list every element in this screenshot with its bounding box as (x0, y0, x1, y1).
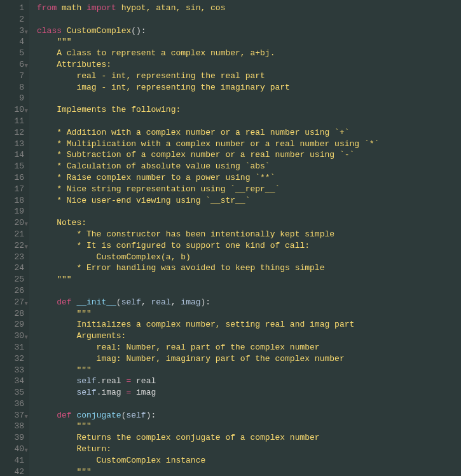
line-number: 10▼ (0, 104, 24, 116)
code-line[interactable]: * Nice user-end viewing using `__str__` (37, 195, 379, 207)
fold-icon[interactable]: ▼ (25, 299, 28, 310)
code-line[interactable]: * Raise complex number to a power using … (37, 172, 379, 184)
line-number: 31 (0, 342, 24, 353)
code-line[interactable] (37, 116, 379, 127)
line-number: 41 (0, 455, 24, 466)
code-line[interactable]: self.real = real (37, 376, 379, 387)
line-number: 7 (0, 71, 24, 82)
code-line[interactable]: def conjugate(self): (37, 410, 379, 421)
code-line[interactable]: imag: Number, imaginary part of the comp… (37, 353, 379, 365)
code-editor[interactable]: 123▼456▼78910▼11121314151617181920▼2122▼… (0, 0, 461, 476)
code-line[interactable]: """ (37, 308, 379, 320)
line-number: 5 (0, 48, 24, 59)
code-line[interactable]: """ (37, 274, 379, 285)
code-line[interactable]: class CustomComplex(): (37, 25, 379, 37)
fold-icon[interactable]: ▼ (25, 61, 28, 72)
code-line[interactable]: Arguments: (37, 330, 379, 342)
line-number: 3▼ (0, 25, 24, 37)
line-number: 34 (0, 376, 24, 387)
line-number: 38 (0, 421, 24, 432)
fold-icon[interactable]: ▼ (25, 445, 28, 457)
code-line[interactable]: CustomComplex instance (37, 455, 379, 466)
code-line[interactable]: * Multiplication with a complex number o… (37, 139, 379, 150)
code-line[interactable]: CustomComplex(a, b) (37, 252, 379, 263)
line-number: 8 (0, 82, 24, 93)
line-number: 35 (0, 387, 24, 398)
fold-icon[interactable]: ▼ (25, 242, 28, 254)
code-line[interactable]: * The constructor has been intentionally… (37, 229, 379, 240)
line-number: 40▼ (0, 444, 24, 455)
line-number: 19 (0, 206, 24, 217)
line-number: 21 (0, 229, 24, 240)
code-line[interactable]: Notes: (37, 217, 379, 229)
line-number: 39 (0, 432, 24, 444)
line-number-gutter: 123▼456▼78910▼11121314151617181920▼2122▼… (0, 0, 29, 476)
code-line[interactable]: """ (37, 421, 379, 432)
code-line[interactable]: real: Number, real part of the complex n… (37, 342, 379, 353)
line-number: 15 (0, 161, 24, 172)
code-line[interactable]: * Subtraction of a complex number or a r… (37, 149, 379, 161)
code-area[interactable]: from math import hypot, atan, sin, coscl… (29, 0, 379, 476)
code-line[interactable]: """ (37, 365, 379, 376)
code-line[interactable]: Attributes: (37, 59, 379, 71)
line-number: 26 (0, 285, 24, 297)
line-number: 24 (0, 262, 24, 274)
code-line[interactable]: * Addition with a complex number or a re… (37, 127, 379, 139)
line-number: 17 (0, 184, 24, 195)
fold-icon[interactable]: ▼ (25, 106, 28, 118)
fold-icon[interactable]: ▼ (25, 27, 28, 39)
line-number: 27▼ (0, 297, 24, 308)
code-line[interactable]: real - int, representing the real part (37, 71, 379, 82)
line-number: 9 (0, 93, 24, 104)
code-line[interactable]: from math import hypot, atan, sin, cos (37, 3, 379, 14)
line-number: 33 (0, 365, 24, 376)
code-line[interactable]: def __init__(self, real, imag): (37, 297, 379, 308)
code-line[interactable]: imag - int, representing the imaginary p… (37, 82, 379, 93)
line-number: 30▼ (0, 330, 24, 342)
code-line[interactable]: A class to represent a complex number, a… (37, 48, 379, 59)
line-number: 18 (0, 195, 24, 207)
code-line[interactable]: self.imag = imag (37, 387, 379, 398)
line-number: 22▼ (0, 240, 24, 252)
line-number: 37▼ (0, 410, 24, 421)
line-number: 1 (0, 3, 24, 14)
code-line[interactable] (37, 285, 379, 297)
line-number: 14 (0, 149, 24, 161)
line-number: 28 (0, 308, 24, 320)
line-number: 6▼ (0, 59, 24, 71)
line-number: 12 (0, 127, 24, 139)
line-number: 13 (0, 139, 24, 150)
fold-icon[interactable]: ▼ (25, 219, 28, 231)
code-line[interactable]: Return: (37, 444, 379, 455)
code-line[interactable]: * It is configured to support one kind o… (37, 240, 379, 252)
code-line[interactable]: Initializes a complex number, setting re… (37, 319, 379, 330)
code-line[interactable]: * Calculation of absolute value using `a… (37, 161, 379, 172)
code-line[interactable]: * Nice string representation using `__re… (37, 184, 379, 195)
code-line[interactable]: * Error handling was avoided to keep thi… (37, 262, 379, 274)
line-number: 2 (0, 14, 24, 25)
code-line[interactable] (37, 206, 379, 217)
line-number: 25 (0, 274, 24, 285)
code-line[interactable] (37, 398, 379, 410)
line-number: 29 (0, 319, 24, 330)
code-line[interactable] (37, 14, 379, 25)
line-number: 20▼ (0, 217, 24, 229)
line-number: 36 (0, 398, 24, 410)
code-line[interactable]: """ (37, 36, 379, 48)
line-number: 42 (0, 466, 24, 476)
line-number: 32 (0, 353, 24, 365)
fold-icon[interactable]: ▼ (25, 412, 28, 423)
fold-icon[interactable]: ▼ (25, 332, 28, 344)
line-number: 23 (0, 252, 24, 263)
code-line[interactable]: Returns the complex conjugate of a compl… (37, 432, 379, 444)
code-line[interactable] (37, 93, 379, 104)
line-number: 16 (0, 172, 24, 184)
code-line[interactable]: """ (37, 466, 379, 476)
line-number: 11 (0, 116, 24, 127)
code-line[interactable]: Implements the following: (37, 104, 379, 116)
line-number: 4 (0, 36, 24, 48)
